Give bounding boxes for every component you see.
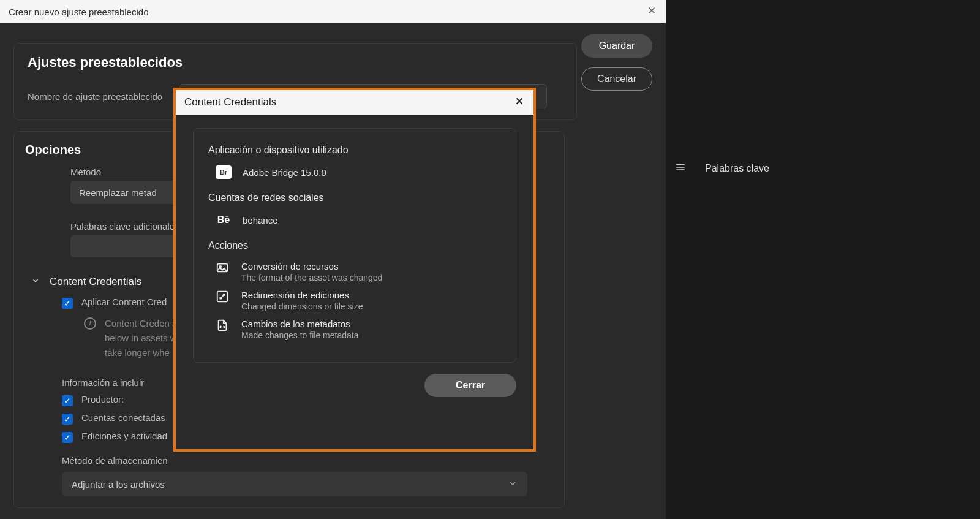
storage-method-select[interactable]: Adjuntar a los archivos: [62, 472, 527, 496]
preset-section-title: Ajustes preestablecidos: [28, 55, 563, 70]
bridge-app-icon: Br: [216, 165, 232, 179]
save-button[interactable]: Guardar: [581, 34, 652, 58]
checkbox-checked-icon: ✓: [62, 432, 73, 443]
action-subtitle: The format of the asset was changed: [241, 273, 382, 282]
app-name: Adobe Bridge 15.0.0: [243, 167, 326, 178]
modal-titlebar: Content Credentials: [176, 90, 533, 115]
keywords-panel-title: Palabras clave: [705, 163, 769, 174]
method-value: Reemplazar metad: [79, 188, 157, 198]
preset-name-label: Nombre de ajuste preestablecido: [28, 91, 162, 102]
close-icon[interactable]: [514, 94, 525, 110]
close-button[interactable]: Cerrar: [424, 374, 516, 397]
credentials-card: Aplicación o dispositivo utilizado Br Ad…: [193, 128, 516, 363]
action-subtitle: Made changes to file metadata: [241, 330, 358, 340]
svg-point-1: [219, 266, 221, 268]
resize-icon: [216, 290, 230, 305]
checkbox-checked-icon: ✓: [62, 298, 73, 309]
chevron-down-icon: [508, 479, 518, 490]
close-icon[interactable]: [646, 5, 657, 18]
connected-accounts-label: Cuentas conectadas: [81, 412, 165, 423]
checkbox-checked-icon: ✓: [62, 395, 73, 406]
content-credentials-title: Content Credentials: [50, 276, 141, 288]
apply-cc-label: Aplicar Content Cred: [81, 297, 167, 307]
storage-method-value: Adjuntar a los archivos: [72, 479, 165, 490]
social-name: behance: [243, 215, 278, 225]
social-accounts-heading: Cuentas de redes sociales: [208, 192, 501, 203]
keywords-panel-header: Palabras clave: [666, 161, 769, 176]
producer-label: Productor:: [81, 394, 124, 404]
behance-icon: Bē: [216, 213, 232, 227]
dialog-titlebar: Crear nuevo ajuste preestablecido: [0, 0, 666, 23]
action-resize: Redimensión de ediciones Changed dimensi…: [216, 290, 501, 311]
image-icon: [216, 261, 230, 276]
app-used-heading: Aplicación o dispositivo utilizado: [208, 145, 501, 156]
actions-heading: Acciones: [208, 240, 501, 251]
content-credentials-modal: Content Credentials Aplicación o disposi…: [173, 88, 536, 452]
action-title: Conversión de recursos: [241, 261, 382, 271]
info-icon: i: [84, 317, 96, 330]
file-code-icon: [216, 319, 230, 333]
modal-title: Content Credentials: [184, 96, 276, 108]
edits-activity-label: Ediciones y actividad: [81, 431, 167, 441]
action-metadata: Cambios de los metadatos Made changes to…: [216, 319, 501, 340]
chevron-down-icon: [31, 276, 40, 287]
menu-icon[interactable]: [674, 161, 687, 176]
action-subtitle: Changed dimensions or file size: [241, 301, 363, 311]
app-item: Br Adobe Bridge 15.0.0: [216, 165, 501, 179]
action-title: Cambios de los metadatos: [241, 319, 358, 329]
action-conversion: Conversión de recursos The format of the…: [216, 261, 501, 282]
social-item: Bē behance: [216, 213, 501, 227]
cancel-button[interactable]: Cancelar: [581, 67, 652, 91]
storage-method-label: Método de almacenamien: [62, 455, 551, 466]
action-title: Redimensión de ediciones: [241, 290, 363, 300]
checkbox-checked-icon: ✓: [62, 414, 73, 425]
modal-body: Aplicación o dispositivo utilizado Br Ad…: [176, 115, 533, 411]
dialog-title: Crear nuevo ajuste preestablecido: [9, 7, 148, 17]
